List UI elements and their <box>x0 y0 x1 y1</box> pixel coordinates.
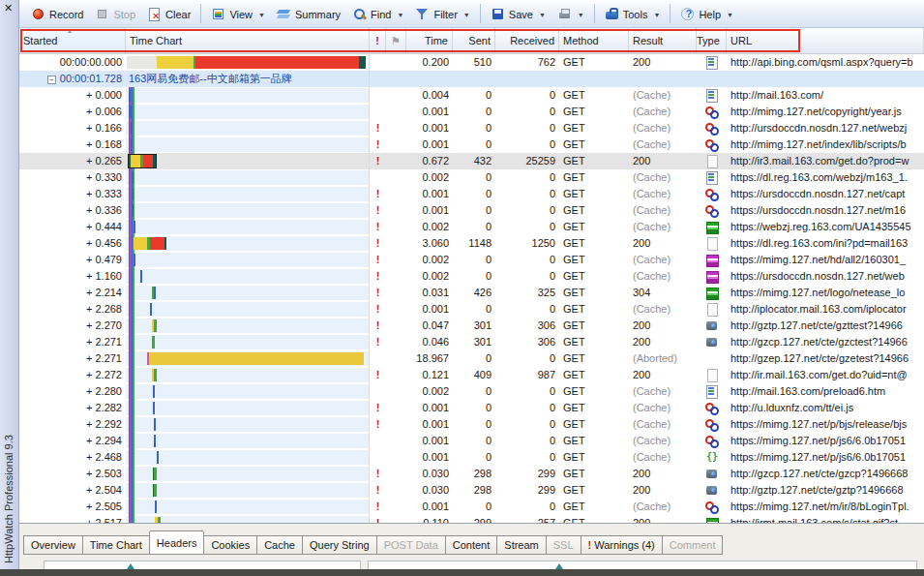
clear-button[interactable]: Clear <box>141 5 196 23</box>
table-row[interactable]: + 2.270!0.047301306GET200http://gztp.127… <box>19 318 924 334</box>
started-cell: −00:00:01.728 <box>19 71 126 87</box>
filter-label: Filter <box>433 8 457 20</box>
page-group-row[interactable]: −00:00:01.728163网易免费邮--中文邮箱第一品牌 <box>19 71 924 87</box>
table-row[interactable]: + 0.0060.00100GET(Cache)http://mimg.127.… <box>19 104 924 120</box>
chart-band <box>126 335 369 349</box>
table-row[interactable]: + 2.292!0.00100GET(Cache)https://mimg.12… <box>19 416 924 433</box>
table-row[interactable]: + 2.214!0.031426325GET304https://mimg.12… <box>19 285 924 301</box>
table-row[interactable]: + 0.444!0.00200GET(Cache)https://webzj.r… <box>19 219 924 235</box>
chart-band <box>126 269 369 284</box>
chevron-down-icon[interactable]: ▼ <box>727 10 733 18</box>
filter-button[interactable]: Filter▼ <box>409 5 475 23</box>
time-cell: 0.002 <box>406 219 453 235</box>
table-row[interactable]: + 2.505!0.00100GET(Cache)https://mimg.12… <box>19 499 924 515</box>
table-row[interactable]: + 2.272!0.121409987GET200http://ir.mail.… <box>19 367 924 383</box>
chevron-down-icon[interactable]: ▼ <box>539 10 546 18</box>
table-row[interactable]: + 2.2800.00200GET(Cache)http://mail.163.… <box>19 383 924 400</box>
tools-button[interactable]: Tools▼ <box>599 5 667 23</box>
started-value: + 0.330 <box>86 171 122 183</box>
warning-cell <box>370 433 386 449</box>
table-row[interactable]: + 0.265!0.67243225259GET200http://ir3.ma… <box>19 153 924 169</box>
table-row[interactable]: + 0.456!3.06011481250GET200https://dl.re… <box>19 235 924 252</box>
column-header-received[interactable]: Received <box>495 28 559 53</box>
chevron-down-icon[interactable]: ▼ <box>397 10 403 18</box>
tab-cookies[interactable]: Cookies <box>204 535 257 555</box>
column-header-warn[interactable]: ! <box>370 28 386 53</box>
type-cell <box>697 202 727 219</box>
timing-bar <box>134 237 166 250</box>
table-row[interactable]: + 0.333!0.00100GET(Cache)https://ursdocc… <box>19 186 924 202</box>
received-cell: 0 <box>495 400 559 416</box>
summary-button[interactable]: Summary <box>271 5 346 23</box>
tab-warnings-4-[interactable]: !Warnings (4) <box>581 535 663 555</box>
time-cell: 0.001 <box>406 186 453 202</box>
table-row[interactable]: + 2.282!0.00100GET(Cache)http://u.lduxnf… <box>19 400 924 416</box>
received-cell: 0 <box>495 301 559 318</box>
table-row[interactable]: + 0.479!0.00200GET(Cache)https://mimg.12… <box>19 252 924 268</box>
chevron-down-icon[interactable]: ▼ <box>258 10 265 18</box>
print-button[interactable]: ▼ <box>551 5 590 23</box>
table-row[interactable]: + 0.166!0.00100GET(Cache)http://ursdoccd… <box>19 120 924 136</box>
table-row[interactable]: + 2.271!0.046301306GET200http://gzcp.127… <box>19 334 924 350</box>
started-value: + 2.271 <box>86 336 122 348</box>
column-header-method[interactable]: Method <box>559 28 629 53</box>
time-chart-cell: 163网易免费邮--中文邮箱第一品牌 <box>126 71 370 87</box>
tab-content[interactable]: Content <box>446 535 498 555</box>
table-row[interactable]: + 2.503!0.030298299GET200http://gzcp.127… <box>19 466 924 482</box>
tab-overview[interactable]: Overview <box>23 535 83 555</box>
column-header-sent[interactable]: Sent <box>453 28 495 53</box>
table-row[interactable]: + 2.268!0.00100GET(Cache)http://iplocato… <box>19 301 924 318</box>
help-button[interactable]: Help▼ <box>674 5 739 23</box>
started-value: + 0.000 <box>86 89 122 101</box>
tab-cache[interactable]: Cache <box>257 535 303 555</box>
view-button[interactable]: View▼ <box>205 5 271 23</box>
time-chart-cell <box>126 104 370 120</box>
chart-band <box>126 154 369 168</box>
table-row[interactable]: + 0.336!0.00100GET(Cache)https://ursdocc… <box>19 202 924 219</box>
warning-column-icon: ! <box>370 35 385 46</box>
column-header-chart[interactable]: Time Chart <box>126 28 370 53</box>
started-value: + 0.166 <box>86 122 122 134</box>
column-header-started[interactable]: Started▲ <box>19 28 126 53</box>
collapse-expander-icon[interactable]: − <box>47 76 56 84</box>
column-header-time[interactable]: Time <box>406 28 453 53</box>
time-cell: 0.002 <box>406 252 453 268</box>
table-row[interactable]: + 2.504!0.030298299GET200http://gztp.127… <box>19 482 924 499</box>
save-button[interactable]: Save▼ <box>485 5 551 23</box>
table-row[interactable]: + 2.4680.00100GET(Cache)https://mimg.127… <box>19 449 924 466</box>
close-icon[interactable]: ✕ <box>4 2 15 14</box>
chevron-down-icon[interactable]: ▼ <box>463 10 470 18</box>
tab-query-string[interactable]: Query String <box>303 535 377 555</box>
table-row[interactable]: + 0.168!0.00100GET(Cache)http://mimg.127… <box>19 136 924 153</box>
table-row[interactable]: 00:00:00.0000.200510762GET200http://api.… <box>19 54 924 71</box>
chevron-down-icon[interactable]: ▼ <box>578 10 584 18</box>
timing-segment <box>152 336 155 349</box>
column-header-type[interactable]: Type <box>697 28 727 53</box>
table-row[interactable]: + 2.2940.00100GET(Cache)https://mimg.127… <box>19 433 924 449</box>
table-row[interactable]: + 2.27118.96700GET(Aborted)http://gzep.1… <box>19 350 924 367</box>
timing-segment <box>153 402 155 414</box>
sent-cell: 409 <box>453 367 495 383</box>
column-header-flag[interactable]: ⚑ <box>386 28 406 53</box>
tab-time-chart[interactable]: Time Chart <box>83 535 150 555</box>
clear-icon <box>147 7 162 21</box>
find-button[interactable]: Find▼ <box>346 5 409 23</box>
result-cell: (Cache) <box>629 268 697 285</box>
started-cell: + 1.160 <box>19 268 126 285</box>
received-cell: 306 <box>495 334 559 350</box>
timing-segment <box>157 56 194 69</box>
record-button[interactable]: Record <box>25 5 89 23</box>
tab-label: Cookies <box>211 539 250 551</box>
chevron-down-icon[interactable]: ▼ <box>653 10 660 18</box>
flag-cell <box>386 219 406 235</box>
table-row[interactable]: + 2.517!0.110299257GET200http://irmt.mai… <box>19 515 924 523</box>
table-row[interactable]: + 0.3300.00200GET(Cache)https://dl.reg.1… <box>19 169 924 186</box>
table-row[interactable]: + 0.0000.00400GET(Cache)http://mail.163.… <box>19 87 924 104</box>
column-header-result[interactable]: Result <box>629 28 697 53</box>
received-cell: 25259 <box>495 153 559 169</box>
column-header-url[interactable]: URL <box>727 28 924 53</box>
tab-stream[interactable]: Stream <box>497 535 546 555</box>
table-row[interactable]: + 1.160!0.00200GET(Cache)https://ursdocc… <box>19 268 924 285</box>
tab-headers[interactable]: Headers <box>149 531 205 555</box>
method-cell: GET <box>559 433 629 449</box>
